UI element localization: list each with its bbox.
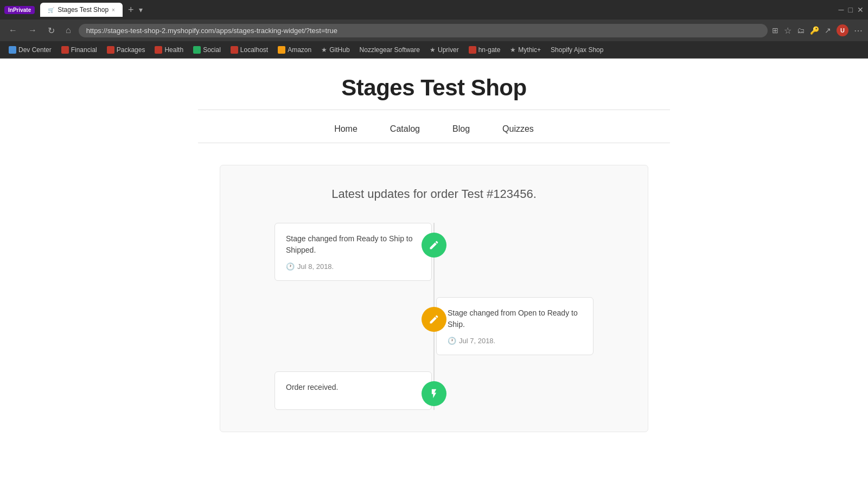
nav-divider: [198, 143, 670, 143]
address-bar-row: ← → ↻ ⌂ ⊞ ☆ 🗂 🔑 ↗ U ⋯: [0, 20, 868, 41]
event-text-1: Stage changed from Ready to Ship to Ship…: [286, 233, 420, 256]
timeline-entry-2: Stage changed from Open to Ready to Ship…: [242, 297, 626, 355]
new-tab-button[interactable]: +: [125, 4, 137, 16]
star-icon-github: ★: [321, 46, 327, 54]
clock-icon-1: 🕐: [286, 262, 295, 271]
site-header: Stages Test Shop Home Catalog Blog Quizz…: [0, 59, 868, 149]
timeline-entry-3: Order received.: [242, 371, 626, 410]
bookmark-mythic[interactable]: ★ Mythic+: [506, 44, 545, 55]
bookmark-packages[interactable]: Packages: [103, 44, 150, 55]
timeline-icon-1: [422, 233, 446, 258]
toolbar-icons: ⊞ ☆ 🗂 🔑 ↗ U ⋯: [772, 24, 863, 36]
nav-quizzes[interactable]: Quizzes: [502, 124, 534, 134]
forward-button[interactable]: →: [25, 23, 40, 37]
event-card-2: Stage changed from Open to Ready to Ship…: [436, 297, 593, 355]
bookmark-shopify-ajax[interactable]: Shopify Ajax Shop: [546, 44, 608, 55]
timeline: Stage changed from Ready to Ship to Ship…: [242, 223, 626, 410]
page-content: Stages Test Shop Home Catalog Blog Quizz…: [0, 59, 868, 473]
nav-catalog[interactable]: Catalog: [390, 124, 420, 134]
nav-blog[interactable]: Blog: [452, 124, 470, 134]
collections-icon[interactable]: 🗂: [797, 26, 805, 35]
bookmark-health[interactable]: Health: [150, 44, 188, 55]
bookmark-dev-center[interactable]: Dev Center: [4, 44, 56, 55]
site-nav: Home Catalog Blog Quizzes: [0, 119, 868, 143]
bookmark-icon-dev-center: [9, 46, 16, 54]
bookmark-social[interactable]: Social: [189, 44, 225, 55]
title-bar: InPrivate 🛒 Stages Test Shop × + ▾ ─ □ ✕: [0, 0, 868, 20]
bookmark-icon-health: [155, 46, 162, 54]
bookmarks-bar: Dev Center Financial Packages Health Soc…: [0, 41, 868, 59]
profile-icon[interactable]: 🔑: [810, 26, 819, 35]
event-text-2: Stage changed from Open to Ready to Ship…: [448, 307, 582, 330]
tab-active[interactable]: 🛒 Stages Test Shop ×: [40, 3, 123, 17]
main-area: Latest updates for order Test #123456. S…: [0, 149, 868, 448]
share-icon[interactable]: ↗: [825, 26, 831, 35]
back-button[interactable]: ←: [5, 23, 21, 37]
bookmark-icon-hn-gate: [469, 46, 476, 54]
event-card-1: Stage changed from Ready to Ship to Ship…: [275, 223, 432, 281]
favorites-icon[interactable]: ☆: [784, 25, 792, 36]
tab-label: Stages Test Shop: [58, 6, 108, 14]
bookmark-icon-localhost: [231, 46, 238, 54]
tab-list-button[interactable]: ▾: [139, 5, 143, 14]
event-date-2: 🕐 Jul 7, 2018.: [448, 337, 582, 345]
bookmark-amazon[interactable]: Amazon: [273, 44, 316, 55]
star-icon-upriver: ★: [430, 46, 436, 54]
site-title: Stages Test Shop: [0, 75, 868, 101]
minimize-button[interactable]: ─: [839, 5, 844, 14]
more-options-icon[interactable]: ⋯: [854, 25, 863, 36]
clock-icon-2: 🕐: [448, 337, 456, 345]
order-title: Latest updates for order Test #123456.: [242, 187, 626, 201]
lightning-icon: [429, 388, 439, 399]
restore-button[interactable]: □: [848, 5, 853, 14]
bookmark-icon-amazon: [278, 46, 285, 54]
timeline-entry-1: Stage changed from Ready to Ship to Ship…: [242, 223, 626, 281]
close-window-button[interactable]: ✕: [857, 5, 864, 14]
tab-close-icon[interactable]: ×: [112, 7, 115, 13]
bookmark-localhost[interactable]: Localhost: [226, 44, 272, 55]
event-date-1: 🕐 Jul 8, 2018.: [286, 262, 420, 271]
event-card-3: Order received.: [275, 371, 432, 410]
browser-chrome: InPrivate 🛒 Stages Test Shop × + ▾ ─ □ ✕…: [0, 0, 868, 59]
bookmark-nozzlegear[interactable]: Nozzlegear Software: [355, 44, 424, 55]
order-card: Latest updates for order Test #123456. S…: [220, 165, 648, 432]
inprivate-badge: InPrivate: [4, 6, 35, 14]
bookmark-icon-social: [193, 46, 201, 54]
event-text-3: Order received.: [286, 382, 420, 393]
home-button[interactable]: ⌂: [62, 23, 74, 37]
split-view-icon[interactable]: ⊞: [772, 26, 778, 35]
pencil-icon-2: [429, 314, 439, 325]
address-input[interactable]: [79, 24, 768, 37]
bookmark-icon-packages: [107, 46, 114, 54]
timeline-icon-3: [422, 381, 446, 406]
header-divider: [198, 110, 670, 110]
timeline-icon-2: [422, 307, 446, 332]
bookmark-financial[interactable]: Financial: [57, 44, 101, 55]
refresh-button[interactable]: ↻: [44, 23, 58, 38]
nav-home[interactable]: Home: [334, 124, 358, 134]
pencil-icon-1: [429, 240, 439, 251]
bookmark-icon-financial: [61, 46, 69, 54]
bookmark-upriver[interactable]: ★ Upriver: [425, 44, 463, 55]
star-icon-mythic: ★: [510, 46, 516, 54]
user-avatar[interactable]: U: [837, 24, 848, 36]
bookmark-hn-gate[interactable]: hn-gate: [464, 44, 505, 55]
bookmark-github[interactable]: ★ GitHub: [317, 44, 354, 55]
